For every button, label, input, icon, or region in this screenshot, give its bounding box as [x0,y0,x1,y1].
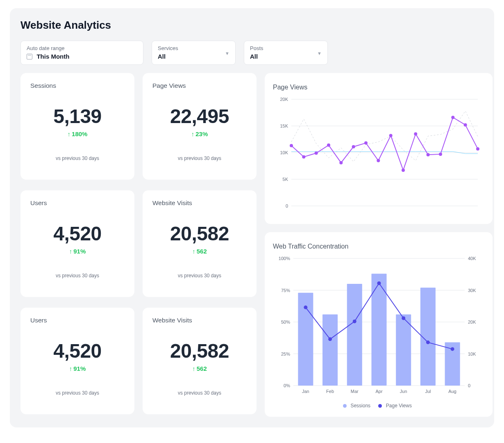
stat-title: Page Views [152,82,247,89]
svg-text:100%: 100% [279,256,290,261]
page-title: Website Analytics [20,19,484,32]
svg-point-23 [451,116,454,119]
svg-text:75%: 75% [281,288,290,293]
svg-text:5K: 5K [283,177,288,182]
stat-value: 22,495 [152,107,247,126]
stat-compare: vs previous 30 days [152,390,247,396]
arrow-up-icon: ↑ [68,130,71,137]
stat-delta: ↑562 [152,248,247,255]
legend-dot-pageviews [378,404,382,408]
svg-point-16 [364,142,368,145]
arrow-up-icon: ↑ [69,248,73,255]
svg-text:Feb: Feb [326,389,334,394]
svg-point-48 [304,306,307,309]
stat-delta: ↑23% [152,130,247,137]
svg-text:0: 0 [286,203,288,208]
calendar-icon [27,54,32,59]
svg-point-17 [377,159,380,162]
svg-rect-43 [347,284,362,386]
filter-bar: Auto date range This Month Services All … [20,41,484,65]
stat-card-users-2: Users 4,520 ↑91% vs previous 30 days [20,308,134,414]
svg-point-10 [290,144,293,147]
chart-legend: Sessions Page Views [273,403,482,409]
posts-select[interactable]: Posts All ▼ [244,41,328,65]
stat-card-visits: Website Visits 20,582 ↑562 vs previous 3… [143,190,257,297]
svg-point-20 [414,132,417,136]
svg-text:Jun: Jun [400,389,407,394]
svg-point-53 [426,340,430,344]
stat-title: Website Visits [152,317,247,324]
stat-card-sessions: Sessions 5,139 ↑180% vs previous 30 days [20,73,134,180]
svg-text:10K: 10K [280,150,288,155]
svg-point-11 [302,155,305,158]
svg-text:25%: 25% [281,352,290,356]
svg-point-12 [315,151,318,155]
arrow-up-icon: ↑ [191,130,195,137]
svg-point-50 [353,320,356,323]
svg-text:15K: 15K [280,123,288,128]
stat-delta: ↑180% [30,130,125,137]
svg-point-13 [327,144,330,147]
chevron-down-icon: ▼ [317,51,322,56]
date-range-value: This Month [36,53,69,60]
svg-text:Apr: Apr [375,389,382,394]
svg-point-54 [451,347,454,351]
posts-label: Posts [250,45,322,51]
svg-text:20K: 20K [468,320,476,324]
arrow-up-icon: ↑ [69,365,73,372]
stat-value: 5,139 [30,107,125,126]
posts-value: All [250,53,258,60]
chart-title: Page Views [273,84,482,91]
stat-title: Users [30,317,125,324]
date-range-select[interactable]: Auto date range This Month [20,41,143,65]
svg-point-52 [402,316,405,320]
svg-text:20K: 20K [280,97,288,102]
stat-delta: ↑562 [152,365,247,372]
stat-value: 20,582 [152,341,247,361]
legend-label-sessions: Sessions [350,403,370,409]
svg-point-15 [352,145,355,148]
svg-point-49 [328,337,332,341]
stat-card-users: Users 4,520 ↑91% vs previous 30 days [20,190,134,297]
svg-rect-45 [396,314,411,386]
legend-label-pageviews: Page Views [386,403,412,409]
svg-text:Aug: Aug [448,389,456,394]
svg-point-19 [402,169,405,172]
svg-point-51 [377,281,381,285]
stat-delta: ↑91% [30,365,125,372]
svg-text:Jul: Jul [425,389,431,394]
chart-title: Web Traffic Concentration [273,243,482,250]
stat-value: 4,520 [30,224,125,244]
chart-card-concentration: Web Traffic Concentration 0%025%10K50%20… [265,232,493,417]
svg-text:Jan: Jan [302,389,309,394]
svg-point-24 [464,123,467,126]
stat-title: Users [30,199,125,207]
stat-compare: vs previous 30 days [30,390,125,396]
svg-point-18 [389,134,393,137]
stat-value: 4,520 [30,341,125,361]
stat-compare: vs previous 30 days [30,155,125,161]
svg-rect-42 [322,314,338,386]
stat-title: Sessions [30,82,125,89]
stat-compare: vs previous 30 days [152,155,247,161]
arrow-up-icon: ↑ [192,365,195,372]
stat-title: Website Visits [152,199,247,207]
chevron-down-icon: ▼ [225,51,229,56]
stat-compare: vs previous 30 days [30,273,125,279]
stat-value: 20,582 [152,224,247,244]
svg-point-25 [476,147,479,151]
chart-card-pageviews: Page Views 05K10K15K20K [265,73,493,224]
svg-point-22 [439,153,442,156]
svg-text:40K: 40K [468,256,476,261]
stat-compare: vs previous 30 days [152,273,247,279]
svg-text:0%: 0% [284,383,290,388]
stat-card-pageviews: Page Views 22,495 ↑23% vs previous 30 da… [143,73,257,180]
services-select[interactable]: Services All ▼ [152,41,236,65]
svg-point-21 [427,153,430,156]
stat-card-visits-2: Website Visits 20,582 ↑562 vs previous 3… [143,308,257,414]
legend-dot-sessions [343,404,347,408]
svg-point-14 [339,161,343,164]
arrow-up-icon: ↑ [192,248,195,255]
date-range-label: Auto date range [27,45,137,51]
concentration-chart: 0%025%10K50%20K75%30K100%40K JanFebMarAp… [273,254,482,398]
